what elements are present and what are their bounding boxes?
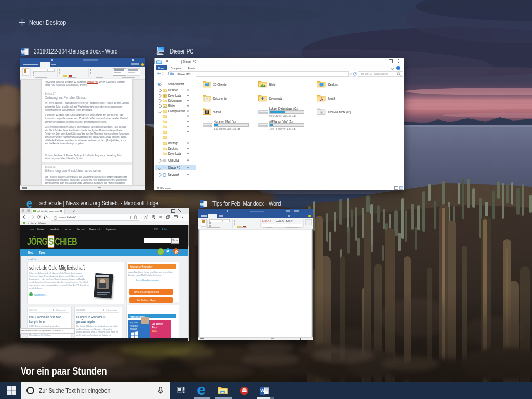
svg-text:W: W	[260, 388, 265, 393]
svg-text:W: W	[21, 49, 25, 55]
svg-text:W: W	[200, 202, 204, 207]
